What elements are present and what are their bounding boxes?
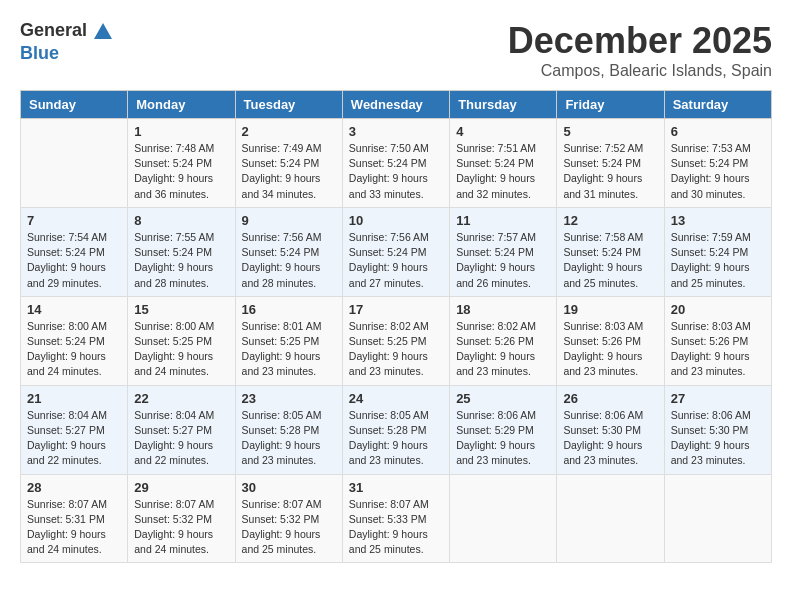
day-number: 16: [242, 302, 336, 317]
header-cell-wednesday: Wednesday: [342, 91, 449, 119]
logo-blue-label: Blue: [20, 43, 59, 63]
week-row-2: 7Sunrise: 7:54 AM Sunset: 5:24 PM Daylig…: [21, 207, 772, 296]
month-title: December 2025: [508, 20, 772, 62]
day-number: 18: [456, 302, 550, 317]
calendar-cell: 28Sunrise: 8:07 AM Sunset: 5:31 PM Dayli…: [21, 474, 128, 563]
calendar-cell: 2Sunrise: 7:49 AM Sunset: 5:24 PM Daylig…: [235, 119, 342, 208]
calendar-cell: 30Sunrise: 8:07 AM Sunset: 5:32 PM Dayli…: [235, 474, 342, 563]
calendar-cell: 12Sunrise: 7:58 AM Sunset: 5:24 PM Dayli…: [557, 207, 664, 296]
cell-info: Sunrise: 8:02 AM Sunset: 5:26 PM Dayligh…: [456, 319, 550, 380]
calendar-cell: 24Sunrise: 8:05 AM Sunset: 5:28 PM Dayli…: [342, 385, 449, 474]
cell-info: Sunrise: 7:56 AM Sunset: 5:24 PM Dayligh…: [349, 230, 443, 291]
header-cell-thursday: Thursday: [450, 91, 557, 119]
logo-general-label: General: [20, 20, 87, 40]
day-number: 27: [671, 391, 765, 406]
calendar-cell: 14Sunrise: 8:00 AM Sunset: 5:24 PM Dayli…: [21, 296, 128, 385]
cell-info: Sunrise: 7:54 AM Sunset: 5:24 PM Dayligh…: [27, 230, 121, 291]
cell-info: Sunrise: 8:07 AM Sunset: 5:31 PM Dayligh…: [27, 497, 121, 558]
cell-info: Sunrise: 8:06 AM Sunset: 5:29 PM Dayligh…: [456, 408, 550, 469]
calendar-cell: 21Sunrise: 8:04 AM Sunset: 5:27 PM Dayli…: [21, 385, 128, 474]
cell-info: Sunrise: 8:05 AM Sunset: 5:28 PM Dayligh…: [242, 408, 336, 469]
calendar-cell: 11Sunrise: 7:57 AM Sunset: 5:24 PM Dayli…: [450, 207, 557, 296]
day-number: 1: [134, 124, 228, 139]
svg-marker-0: [94, 23, 112, 39]
calendar-header: SundayMondayTuesdayWednesdayThursdayFrid…: [21, 91, 772, 119]
cell-info: Sunrise: 8:03 AM Sunset: 5:26 PM Dayligh…: [671, 319, 765, 380]
calendar-cell: 25Sunrise: 8:06 AM Sunset: 5:29 PM Dayli…: [450, 385, 557, 474]
day-number: 19: [563, 302, 657, 317]
header-row: SundayMondayTuesdayWednesdayThursdayFrid…: [21, 91, 772, 119]
cell-info: Sunrise: 7:56 AM Sunset: 5:24 PM Dayligh…: [242, 230, 336, 291]
day-number: 28: [27, 480, 121, 495]
day-number: 10: [349, 213, 443, 228]
logo: General Blue: [20, 20, 114, 64]
week-row-4: 21Sunrise: 8:04 AM Sunset: 5:27 PM Dayli…: [21, 385, 772, 474]
day-number: 31: [349, 480, 443, 495]
title-area: December 2025 Campos, Balearic Islands, …: [508, 20, 772, 80]
day-number: 22: [134, 391, 228, 406]
page-header: General Blue December 2025 Campos, Balea…: [20, 20, 772, 80]
calendar-cell: 22Sunrise: 8:04 AM Sunset: 5:27 PM Dayli…: [128, 385, 235, 474]
cell-info: Sunrise: 8:06 AM Sunset: 5:30 PM Dayligh…: [671, 408, 765, 469]
week-row-1: 1Sunrise: 7:48 AM Sunset: 5:24 PM Daylig…: [21, 119, 772, 208]
logo-general-text: General Blue: [20, 20, 114, 64]
week-row-3: 14Sunrise: 8:00 AM Sunset: 5:24 PM Dayli…: [21, 296, 772, 385]
day-number: 2: [242, 124, 336, 139]
day-number: 12: [563, 213, 657, 228]
cell-info: Sunrise: 8:01 AM Sunset: 5:25 PM Dayligh…: [242, 319, 336, 380]
day-number: 5: [563, 124, 657, 139]
calendar-cell: 27Sunrise: 8:06 AM Sunset: 5:30 PM Dayli…: [664, 385, 771, 474]
calendar-cell: [21, 119, 128, 208]
cell-info: Sunrise: 8:07 AM Sunset: 5:33 PM Dayligh…: [349, 497, 443, 558]
location-title: Campos, Balearic Islands, Spain: [508, 62, 772, 80]
day-number: 8: [134, 213, 228, 228]
cell-info: Sunrise: 7:50 AM Sunset: 5:24 PM Dayligh…: [349, 141, 443, 202]
day-number: 23: [242, 391, 336, 406]
cell-info: Sunrise: 7:49 AM Sunset: 5:24 PM Dayligh…: [242, 141, 336, 202]
cell-info: Sunrise: 8:04 AM Sunset: 5:27 PM Dayligh…: [27, 408, 121, 469]
calendar-cell: 13Sunrise: 7:59 AM Sunset: 5:24 PM Dayli…: [664, 207, 771, 296]
calendar-cell: 3Sunrise: 7:50 AM Sunset: 5:24 PM Daylig…: [342, 119, 449, 208]
calendar-cell: 29Sunrise: 8:07 AM Sunset: 5:32 PM Dayli…: [128, 474, 235, 563]
cell-info: Sunrise: 7:58 AM Sunset: 5:24 PM Dayligh…: [563, 230, 657, 291]
calendar-cell: [450, 474, 557, 563]
cell-info: Sunrise: 8:02 AM Sunset: 5:25 PM Dayligh…: [349, 319, 443, 380]
calendar-table: SundayMondayTuesdayWednesdayThursdayFrid…: [20, 90, 772, 563]
header-cell-sunday: Sunday: [21, 91, 128, 119]
day-number: 21: [27, 391, 121, 406]
calendar-cell: 17Sunrise: 8:02 AM Sunset: 5:25 PM Dayli…: [342, 296, 449, 385]
calendar-cell: 1Sunrise: 7:48 AM Sunset: 5:24 PM Daylig…: [128, 119, 235, 208]
cell-info: Sunrise: 8:07 AM Sunset: 5:32 PM Dayligh…: [134, 497, 228, 558]
calendar-cell: [557, 474, 664, 563]
calendar-cell: 6Sunrise: 7:53 AM Sunset: 5:24 PM Daylig…: [664, 119, 771, 208]
day-number: 25: [456, 391, 550, 406]
cell-info: Sunrise: 8:03 AM Sunset: 5:26 PM Dayligh…: [563, 319, 657, 380]
cell-info: Sunrise: 7:55 AM Sunset: 5:24 PM Dayligh…: [134, 230, 228, 291]
calendar-cell: 9Sunrise: 7:56 AM Sunset: 5:24 PM Daylig…: [235, 207, 342, 296]
day-number: 17: [349, 302, 443, 317]
cell-info: Sunrise: 7:59 AM Sunset: 5:24 PM Dayligh…: [671, 230, 765, 291]
calendar-cell: 4Sunrise: 7:51 AM Sunset: 5:24 PM Daylig…: [450, 119, 557, 208]
calendar-cell: 31Sunrise: 8:07 AM Sunset: 5:33 PM Dayli…: [342, 474, 449, 563]
cell-info: Sunrise: 8:05 AM Sunset: 5:28 PM Dayligh…: [349, 408, 443, 469]
day-number: 13: [671, 213, 765, 228]
day-number: 30: [242, 480, 336, 495]
calendar-cell: 5Sunrise: 7:52 AM Sunset: 5:24 PM Daylig…: [557, 119, 664, 208]
cell-info: Sunrise: 8:07 AM Sunset: 5:32 PM Dayligh…: [242, 497, 336, 558]
day-number: 29: [134, 480, 228, 495]
day-number: 4: [456, 124, 550, 139]
cell-info: Sunrise: 7:51 AM Sunset: 5:24 PM Dayligh…: [456, 141, 550, 202]
calendar-cell: 19Sunrise: 8:03 AM Sunset: 5:26 PM Dayli…: [557, 296, 664, 385]
cell-info: Sunrise: 8:04 AM Sunset: 5:27 PM Dayligh…: [134, 408, 228, 469]
header-cell-tuesday: Tuesday: [235, 91, 342, 119]
calendar-cell: 18Sunrise: 8:02 AM Sunset: 5:26 PM Dayli…: [450, 296, 557, 385]
day-number: 3: [349, 124, 443, 139]
calendar-cell: 8Sunrise: 7:55 AM Sunset: 5:24 PM Daylig…: [128, 207, 235, 296]
cell-info: Sunrise: 7:57 AM Sunset: 5:24 PM Dayligh…: [456, 230, 550, 291]
day-number: 24: [349, 391, 443, 406]
day-number: 6: [671, 124, 765, 139]
cell-info: Sunrise: 7:48 AM Sunset: 5:24 PM Dayligh…: [134, 141, 228, 202]
calendar-cell: 15Sunrise: 8:00 AM Sunset: 5:25 PM Dayli…: [128, 296, 235, 385]
day-number: 14: [27, 302, 121, 317]
header-cell-monday: Monday: [128, 91, 235, 119]
